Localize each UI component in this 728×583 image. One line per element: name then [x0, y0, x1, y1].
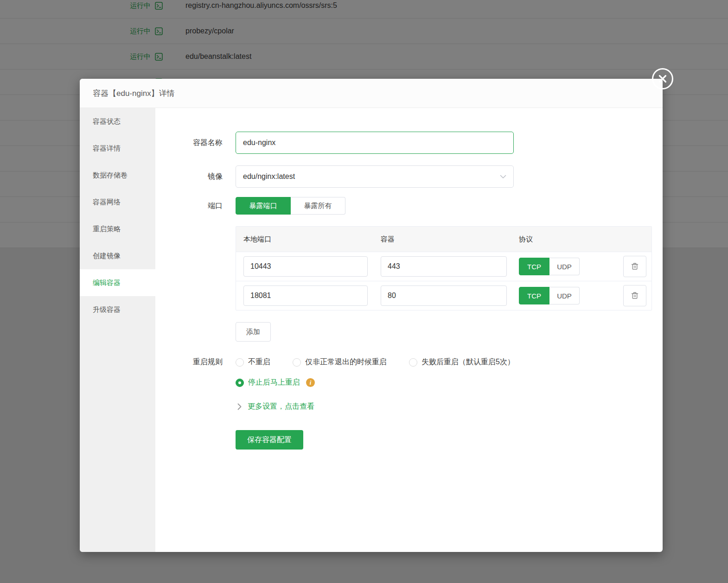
radio-icon — [409, 358, 417, 367]
trash-icon — [630, 291, 639, 300]
radio-icon — [293, 358, 301, 367]
delete-port-button[interactable] — [623, 285, 646, 306]
close-button[interactable] — [652, 68, 673, 89]
sidebar-item-restart-policy[interactable]: 重启策略 — [80, 215, 155, 242]
radio-restart-on-failure[interactable]: 失败后重启（默认重启5次） — [409, 357, 515, 367]
more-settings-link[interactable]: 更多设置，点击查看 — [237, 402, 663, 412]
port-mapping-table: 本地端口 容器 协议 TCP UDP — [236, 226, 652, 311]
radio-icon — [236, 358, 244, 367]
udp-button[interactable]: UDP — [549, 258, 580, 275]
sidebar-item-volumes[interactable]: 数据存储卷 — [80, 162, 155, 189]
edit-container-panel: 容器名称 镜像 edu/nginx:latest 端口 暴露端口 暴露所有 — [155, 108, 663, 552]
sidebar-item-container-status[interactable]: 容器状态 — [80, 108, 155, 135]
radio-restart-after-stop[interactable]: 停止后马上重启 i — [236, 378, 663, 387]
image-select[interactable]: edu/nginx:latest — [236, 165, 514, 188]
port-label: 端口 — [155, 197, 236, 215]
sidebar-item-upgrade-container[interactable]: 升级容器 — [80, 296, 155, 323]
trash-icon — [630, 262, 639, 271]
container-port-input[interactable] — [381, 256, 507, 277]
protocol-toggle: TCP UDP — [519, 258, 580, 275]
image-select-value: edu/nginx:latest — [243, 172, 295, 181]
delete-port-button[interactable] — [623, 256, 646, 277]
restart-options: 不重启 仅非正常退出的时候重启 失败后重启（默认重启5次） — [236, 357, 515, 367]
radio-no-restart[interactable]: 不重启 — [236, 357, 270, 367]
image-label: 镜像 — [155, 165, 236, 188]
info-icon[interactable]: i — [306, 378, 315, 387]
container-name-label: 容器名称 — [155, 132, 236, 154]
local-port-input[interactable] — [243, 285, 368, 306]
sidebar-item-network[interactable]: 容器网络 — [80, 189, 155, 215]
tcp-button[interactable]: TCP — [519, 287, 549, 304]
port-mode-toggle: 暴露端口 暴露所有 — [236, 197, 345, 215]
sidebar-item-edit-container[interactable]: 编辑容器 — [80, 269, 155, 296]
add-port-button[interactable]: 添加 — [236, 322, 271, 342]
port-mapping-row: TCP UDP — [236, 252, 651, 281]
port-mapping-row: TCP UDP — [236, 281, 651, 310]
protocol-header: 协议 — [517, 235, 608, 244]
restart-rule-label: 重启规则 — [155, 357, 236, 367]
expose-ports-button[interactable]: 暴露端口 — [236, 197, 291, 215]
container-port-header: 容器 — [373, 235, 517, 244]
chevron-right-icon — [237, 403, 242, 410]
tcp-button[interactable]: TCP — [519, 258, 549, 275]
container-detail-modal: 容器【edu-nginx】详情 容器状态 容器详情 数据存储卷 容器网络 重启策… — [80, 79, 663, 552]
modal-title: 容器【edu-nginx】详情 — [93, 88, 175, 99]
modal-header: 容器【edu-nginx】详情 — [80, 79, 663, 108]
container-name-input[interactable] — [236, 132, 514, 154]
sidebar-item-container-detail[interactable]: 容器详情 — [80, 135, 155, 162]
radio-restart-on-abnormal-exit[interactable]: 仅非正常退出的时候重启 — [293, 357, 387, 367]
chevron-down-icon — [500, 175, 506, 179]
save-container-config-button[interactable]: 保存容器配置 — [236, 430, 303, 450]
radio-selected-icon — [236, 379, 244, 387]
close-icon — [658, 74, 668, 84]
modal-sidebar: 容器状态 容器详情 数据存储卷 容器网络 重启策略 创建镜像 编辑容器 升级容器 — [80, 108, 155, 552]
sidebar-item-create-image[interactable]: 创建镜像 — [80, 242, 155, 269]
protocol-toggle: TCP UDP — [519, 287, 580, 304]
container-port-input[interactable] — [381, 285, 507, 306]
expose-all-button[interactable]: 暴露所有 — [291, 197, 345, 215]
udp-button[interactable]: UDP — [549, 287, 580, 304]
port-table-header: 本地端口 容器 协议 — [236, 227, 651, 252]
local-port-header: 本地端口 — [236, 235, 373, 244]
local-port-input[interactable] — [243, 256, 368, 277]
